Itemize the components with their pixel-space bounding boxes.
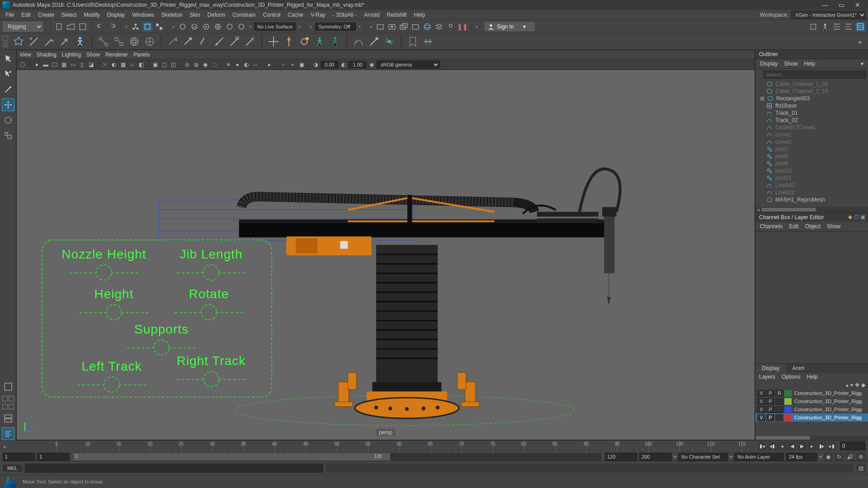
viewport-3d[interactable]: Nozzle HeightJib LengthHeightRotateSuppo… bbox=[17, 70, 755, 440]
shelf-end-arrow[interactable]: ▸ bbox=[855, 37, 865, 47]
rig-control[interactable]: Rotate bbox=[170, 287, 247, 320]
render-sec-arrow[interactable]: ▸ bbox=[369, 24, 373, 29]
cb-tab-channels[interactable]: Channels bbox=[760, 223, 783, 230]
layer-row[interactable]: VPRConstruction_3D_Printer_Rigg bbox=[755, 389, 868, 397]
select-component-icon[interactable] bbox=[154, 22, 164, 32]
outliner-item[interactable]: joint8 bbox=[755, 153, 868, 160]
outliner-item[interactable]: Circle017Curve1 bbox=[755, 124, 868, 131]
snap-arrow[interactable]: ▾ bbox=[248, 24, 252, 29]
vp-cm-icon[interactable]: ◉ bbox=[368, 61, 376, 69]
vp-menu-shading[interactable]: Shading bbox=[37, 52, 57, 58]
snap-live-icon[interactable] bbox=[236, 22, 246, 32]
step-fwd-key[interactable]: ▮▸ bbox=[817, 441, 826, 450]
four-view-tl[interactable] bbox=[2, 396, 8, 401]
rig-control[interactable]: Left Track bbox=[62, 359, 161, 393]
humanik-icon[interactable] bbox=[820, 22, 830, 32]
layer-menu-help[interactable]: Help bbox=[807, 374, 818, 380]
vp-select-cam-icon[interactable] bbox=[19, 61, 27, 69]
ipr-icon[interactable] bbox=[387, 22, 397, 32]
step-back-key[interactable]: ◂▮ bbox=[768, 441, 777, 450]
menu-skin[interactable]: Skin bbox=[186, 12, 204, 18]
script-editor-icon[interactable]: ▤ bbox=[856, 464, 865, 473]
vp-exposure2-icon[interactable]: ● bbox=[233, 61, 241, 69]
undo-icon[interactable] bbox=[95, 22, 105, 32]
timeline-back-icon[interactable]: ▸ bbox=[4, 443, 6, 450]
outliner-toggle-icon[interactable] bbox=[2, 427, 14, 440]
single-view-icon[interactable] bbox=[2, 380, 14, 393]
play-fwd[interactable]: ▶ bbox=[797, 441, 807, 450]
select-object-icon[interactable] bbox=[142, 22, 152, 32]
layer-menu-options[interactable]: Options bbox=[782, 374, 800, 380]
tool-settings-icon[interactable] bbox=[844, 22, 854, 32]
vp-menu-lighting[interactable]: Lighting bbox=[62, 52, 81, 58]
layer-menu-layers[interactable]: Layers bbox=[759, 374, 775, 380]
paint-tool[interactable] bbox=[2, 83, 14, 96]
dopesheet-icon[interactable] bbox=[367, 35, 381, 48]
layer-newempty-icon[interactable]: ◆ bbox=[861, 382, 865, 388]
outliner-item[interactable]: Cable_Channel_2_19 bbox=[755, 88, 868, 95]
select-tool[interactable] bbox=[2, 52, 14, 65]
workspace-dropdown[interactable]: XGen - Interactive Groom1* bbox=[791, 11, 866, 19]
rig-control[interactable]: Nozzle Height bbox=[52, 247, 156, 281]
center-pivot-icon[interactable] bbox=[42, 35, 56, 48]
outliner-hscroll[interactable]: ◂ bbox=[755, 207, 868, 212]
vp-img-plane-icon[interactable]: ▬ bbox=[42, 61, 50, 69]
vp-gamma-field[interactable] bbox=[349, 61, 367, 68]
graph-editor-icon[interactable] bbox=[352, 35, 365, 48]
menu-cache[interactable]: Cache bbox=[284, 12, 307, 18]
outliner-item[interactable]: MASH1_ReproMesh bbox=[755, 196, 868, 203]
menu-3dtoall[interactable]: - 3DtoAll - bbox=[329, 12, 360, 18]
lasso-tool[interactable] bbox=[2, 68, 14, 80]
cb-tab-object[interactable]: Object bbox=[805, 223, 821, 230]
symmetry-dropdown[interactable]: Symmetry: Off bbox=[315, 23, 356, 31]
outliner-item[interactable]: Line043 bbox=[755, 182, 868, 189]
outliner-list[interactable]: Cable_Channel_2_09Cable_Channel_2_19⊞Rec… bbox=[755, 80, 868, 207]
prefs-icon[interactable]: ⚙ bbox=[856, 452, 865, 461]
rig-control[interactable]: Height bbox=[75, 287, 152, 320]
shelf-opts-icon[interactable] bbox=[3, 42, 8, 47]
command-input[interactable] bbox=[25, 464, 323, 473]
sym-arrow[interactable]: ▾ bbox=[358, 24, 362, 29]
outliner-item[interactable]: ffd1Base bbox=[755, 102, 868, 109]
wrap-icon[interactable] bbox=[143, 35, 156, 48]
delete-history-icon[interactable] bbox=[58, 35, 71, 48]
menu-create[interactable]: Create bbox=[34, 12, 58, 18]
sym-left-arrow[interactable]: ▸ bbox=[309, 24, 313, 29]
vp-snap1-icon[interactable]: ▫ bbox=[279, 61, 288, 69]
play-back[interactable]: ◀ bbox=[788, 441, 797, 450]
bind-skin-icon[interactable] bbox=[166, 35, 180, 48]
bookmark-icon[interactable] bbox=[406, 35, 420, 48]
detach-skin-icon[interactable] bbox=[243, 35, 257, 48]
go-start-icon[interactable]: ▮◂ bbox=[758, 441, 767, 450]
constraint-orient-icon[interactable] bbox=[297, 35, 311, 48]
channelbox-icon[interactable] bbox=[855, 22, 865, 32]
outliner-item[interactable]: Cable_Channel_2_09 bbox=[755, 80, 868, 88]
outliner-item[interactable]: joint11 bbox=[755, 174, 868, 182]
cb-tab-show[interactable]: Show bbox=[827, 223, 840, 230]
snap-grid-icon[interactable] bbox=[178, 22, 188, 32]
redo-icon[interactable] bbox=[107, 22, 117, 32]
vp-smooth-icon[interactable]: ◐ bbox=[110, 61, 118, 69]
vp-xray-icon[interactable]: ▢ bbox=[160, 61, 168, 69]
create-joints-icon[interactable] bbox=[97, 35, 110, 48]
vp-gamma2-icon[interactable]: ◐ bbox=[340, 61, 348, 69]
menu-arnold[interactable]: Arnold bbox=[360, 12, 383, 18]
animlayer-dropdown[interactable]: No Anim Layer bbox=[734, 453, 784, 461]
vp-menu-renderer[interactable]: Renderer bbox=[105, 52, 128, 58]
pause-icon[interactable]: ❚❚ bbox=[458, 22, 467, 32]
vp-contrast-icon[interactable]: ◐ bbox=[242, 61, 250, 69]
render-seq-icon[interactable] bbox=[399, 22, 409, 32]
render-settings-icon[interactable] bbox=[410, 22, 420, 32]
current-frame-field[interactable] bbox=[840, 441, 865, 450]
vp-exposure-field[interactable] bbox=[321, 61, 339, 68]
modeling-toolkit-icon[interactable] bbox=[808, 22, 818, 32]
cb-icon-3[interactable]: ▣ bbox=[860, 214, 865, 220]
snap-view-icon[interactable] bbox=[225, 22, 235, 32]
mirror-weights-icon[interactable] bbox=[197, 35, 211, 48]
vp-exposure-icon[interactable]: ☀ bbox=[224, 61, 232, 69]
vp-colorspace-dropdown[interactable]: sRGB gamma bbox=[377, 61, 440, 69]
menu-windows[interactable]: Windows bbox=[128, 12, 158, 18]
vp-isosel-icon[interactable]: ▣ bbox=[151, 61, 159, 69]
layer-moveup-icon[interactable]: ▴ bbox=[846, 382, 849, 388]
vp-motion-icon[interactable]: ◌ bbox=[210, 61, 218, 69]
